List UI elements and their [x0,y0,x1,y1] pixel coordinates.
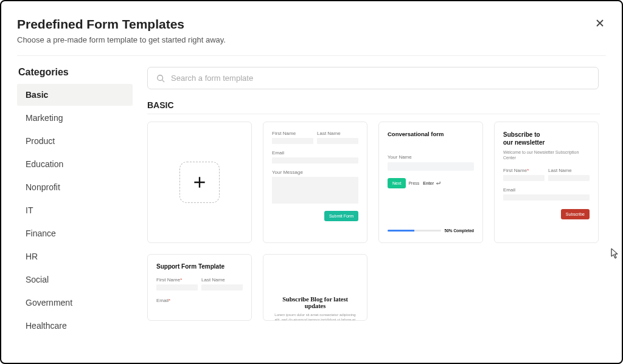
support-email: Email* [156,298,243,303]
close-button[interactable] [593,16,607,33]
category-social[interactable]: Social [17,269,133,290]
templates-scroll[interactable]: First Name Last Name Email Your Message … [147,114,606,357]
modal-title: Predefined Form Templates [17,17,606,32]
category-product[interactable]: Product [17,130,133,152]
categories-heading: Categories [17,67,133,78]
enter-icon [435,181,441,186]
newsletter-title: Subscribe to our newsletter [503,131,590,146]
modal-header: Predefined Form Templates Choose a pre-m… [17,17,606,56]
newsletter-first-name: First Name* [503,168,545,173]
blog-subscribe-card[interactable]: Subscribe Blog for latest updates Lorem … [263,254,367,321]
category-marketing[interactable]: Marketing [17,107,133,129]
category-government[interactable]: Government [17,292,133,314]
next-button: Next [388,178,406,188]
progress-row: 50% Completed [388,228,474,233]
category-basic[interactable]: Basic [17,84,133,106]
conversational-form-card[interactable]: Conversational form Your Name Next Press… [378,122,483,243]
category-education[interactable]: Education [17,153,133,175]
newsletter-last-name: Last Name [548,168,590,173]
blank-template-card[interactable] [147,122,252,243]
modal-subtitle: Choose a pre-made form template to get s… [17,35,606,44]
newsletter-email: Email [503,187,590,193]
template-grid: First Name Last Name Email Your Message … [147,114,600,321]
blank-dashed-box [179,162,220,203]
category-hr[interactable]: HR [17,246,133,267]
support-title: Support Form Template [156,263,243,270]
modal-body: Categories Basic Marketing Product Educa… [17,56,606,357]
label-first-name: First Name [272,131,313,136]
submit-form-button: Submit Form [324,211,358,221]
plus-icon [192,174,207,190]
newsletter-welcome: Welcome to our Newsletter Subscription C… [503,149,590,160]
section-heading: BASIC [147,100,606,110]
close-icon [595,18,605,28]
progress-text: 50% Completed [445,228,474,233]
template-modal: Predefined Form Templates Choose a pre-m… [0,0,623,364]
conversational-input [388,162,474,171]
support-last-name: Last Name [201,277,243,283]
search-field-wrapper[interactable] [147,67,599,89]
contact-form-card[interactable]: First Name Last Name Email Your Message … [263,122,367,243]
search-input[interactable] [171,74,590,83]
category-finance[interactable]: Finance [17,222,133,244]
newsletter-card[interactable]: Subscribe to our newsletter Welcome to o… [494,122,599,243]
svg-point-0 [158,75,163,80]
label-last-name: Last Name [317,131,358,136]
category-healthcare[interactable]: Healthcare [17,315,133,337]
label-your-name: Your Name [388,154,474,160]
label-email: Email [272,150,358,156]
press-enter-hint: Press Enter [408,181,441,186]
category-it[interactable]: IT [17,199,133,221]
blog-title: Subscribe Blog for latest updates [272,296,358,309]
search-icon [156,74,165,83]
category-nonprofit[interactable]: Nonprofit [17,176,133,198]
main-panel: BASIC First Name Last Name Email [147,67,606,357]
label-message: Your Message [272,170,358,175]
subscribe-button: Subscribe [561,209,590,219]
blog-lorem: Lorem ipsum dolor sit amet consectetur a… [272,313,358,321]
support-first-name: First Name* [156,277,198,283]
conversational-title: Conversational form [388,131,474,137]
support-form-card[interactable]: Support Form Template First Name* Last N… [147,254,252,321]
categories-sidebar: Categories Basic Marketing Product Educa… [17,67,133,357]
